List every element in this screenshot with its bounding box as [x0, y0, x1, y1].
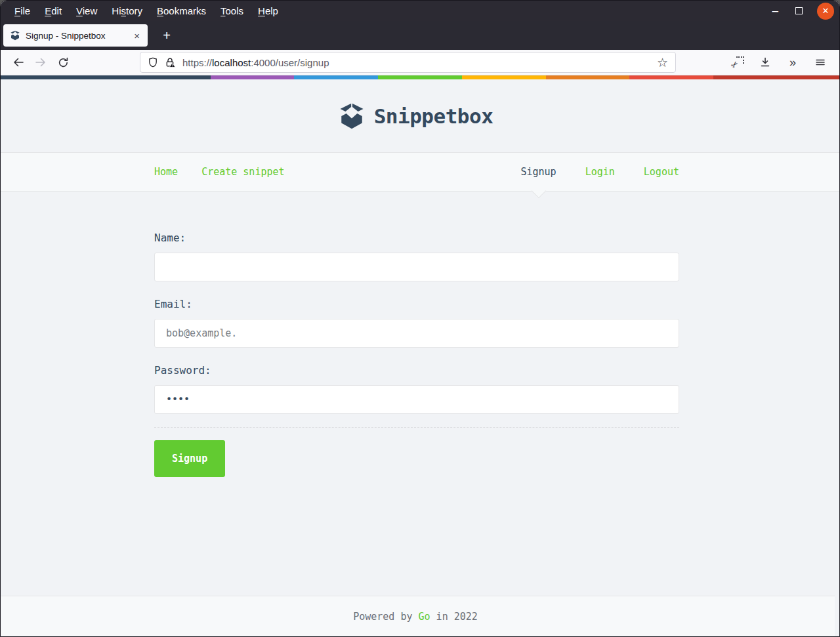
menu-file[interactable]: File: [7, 5, 37, 16]
close-window-button[interactable]: ✕: [817, 3, 834, 20]
reload-button[interactable]: [52, 52, 74, 72]
email-input[interactable]: [154, 319, 679, 348]
main-content: Name: Email: Password: Signup: [1, 192, 839, 596]
name-label: Name:: [154, 232, 679, 244]
hamburger-menu-icon: [815, 57, 826, 68]
site-nav: Home Create snippet Signup Login Logout: [1, 152, 839, 192]
nav-link-login[interactable]: Login: [585, 166, 615, 178]
url-bar[interactable]: https://localhost:4000/user/signup ☆: [140, 52, 676, 73]
url-text: https://localhost:4000/user/signup: [182, 57, 329, 68]
menu-bookmarks[interactable]: Bookmarks: [150, 5, 213, 16]
footer-go-link[interactable]: Go: [419, 611, 430, 623]
menu-edit[interactable]: Edit: [37, 5, 69, 16]
tracking-shield-icon[interactable]: [148, 57, 158, 68]
insecure-lock-icon[interactable]: [165, 57, 176, 68]
app-menu-button[interactable]: [809, 52, 831, 72]
new-tab-button[interactable]: +: [157, 26, 177, 45]
back-arrow-icon: [12, 56, 24, 68]
nav-right: Signup Login Logout: [520, 166, 679, 178]
toolbar-overflow-button[interactable]: »: [782, 52, 804, 72]
download-icon: [759, 56, 771, 68]
menu-tools[interactable]: Tools: [213, 5, 251, 16]
maximize-button[interactable]: [795, 7, 803, 14]
nav-link-logout[interactable]: Logout: [644, 166, 679, 178]
scissors-icon: ✂: [732, 56, 744, 68]
password-input[interactable]: [154, 385, 679, 414]
tab-bar: Signup - Snippetbox × +: [1, 21, 839, 50]
downloads-button[interactable]: [754, 52, 776, 72]
menu-view[interactable]: View: [69, 5, 104, 16]
browser-window: File Edit View History Bookmarks Tools H…: [0, 0, 840, 637]
menu-help[interactable]: Help: [251, 5, 285, 16]
signup-submit-button[interactable]: Signup: [154, 440, 225, 477]
reload-icon: [58, 57, 69, 68]
forward-button[interactable]: [30, 52, 52, 72]
bookmark-star-icon[interactable]: ☆: [657, 56, 668, 69]
navigation-toolbar: https://localhost:4000/user/signup ☆ ✂ »: [1, 50, 839, 75]
forward-arrow-icon: [35, 56, 47, 68]
toolbar-right-icons: ✂ »: [726, 52, 833, 72]
name-input[interactable]: [154, 253, 679, 281]
tab-close-icon[interactable]: ×: [131, 30, 142, 41]
menu-bar: File Edit View History Bookmarks Tools H…: [1, 1, 839, 21]
nav-link-create-snippet[interactable]: Create snippet: [201, 166, 284, 178]
email-label: Email:: [154, 298, 679, 310]
screenshot-tool-button[interactable]: ✂: [726, 52, 749, 72]
nav-link-signup-active[interactable]: Signup: [520, 166, 556, 178]
page-title: Snippetbox: [374, 104, 494, 128]
site-header[interactable]: Snippetbox: [0, 79, 835, 152]
nav-left: Home Create snippet: [154, 166, 285, 178]
nav-link-home[interactable]: Home: [154, 166, 178, 178]
window-controls: – ✕: [770, 3, 839, 20]
tab-title: Signup - Snippetbox: [26, 31, 126, 41]
password-label: Password:: [154, 364, 679, 377]
site-footer: Powered by Go in 2022: [0, 596, 835, 636]
snippetbox-logo-icon: [338, 102, 366, 130]
minimize-button[interactable]: –: [770, 8, 781, 14]
signup-form: Name: Email: Password: Signup: [154, 192, 679, 477]
snippetbox-page: Snippetbox Home Create snippet Signup Lo…: [1, 79, 839, 636]
tab-signup-snippetbox[interactable]: Signup - Snippetbox ×: [3, 24, 148, 47]
back-button[interactable]: [7, 52, 30, 72]
dashed-separator: [154, 427, 679, 428]
url-host: localhost: [212, 57, 251, 68]
menu-history[interactable]: History: [104, 5, 150, 16]
favicon-snippetbox-icon: [10, 30, 20, 41]
